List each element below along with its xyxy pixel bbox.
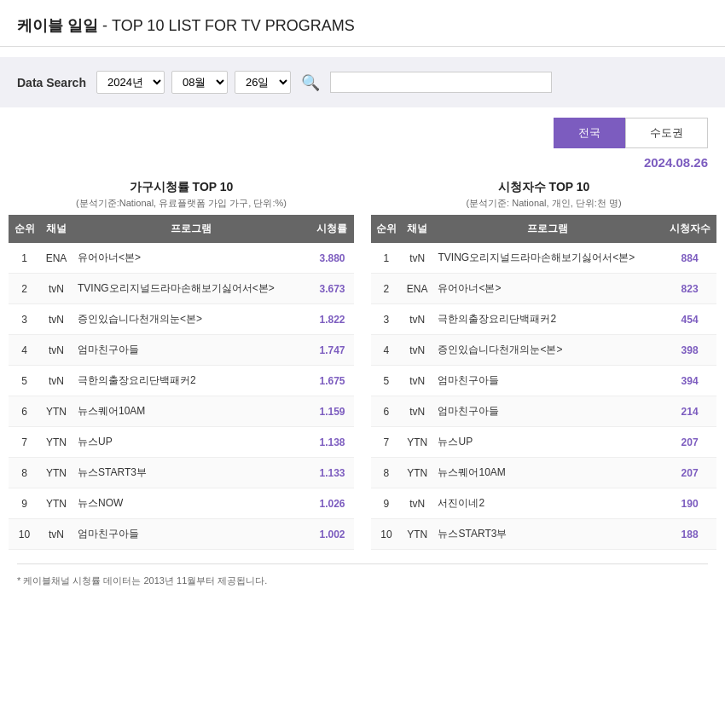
table-row: 10 tvN 엄마친구아들 1.002 xyxy=(9,519,354,550)
channel-cell: YTN xyxy=(40,427,72,458)
viewer-table-subtitle: (분석기준: National, 개인, 단위:천 명) xyxy=(371,197,716,210)
program-cell: 극한의출장요리단백패커2 xyxy=(72,366,310,396)
viewer-table-header: 순위 채널 프로그램 시청자수 xyxy=(371,215,716,243)
rank-cell: 5 xyxy=(9,366,40,396)
table-row: 3 tvN 증인있습니다천개의눈<본> 1.822 xyxy=(9,304,354,335)
col-program-h: 프로그램 xyxy=(72,215,310,243)
region-btn-national[interactable]: 전국 xyxy=(554,118,625,148)
table-row: 4 tvN 엄마친구아들 1.747 xyxy=(9,335,354,366)
channel-cell: tvN xyxy=(402,304,433,335)
rating-cell: 823 xyxy=(663,274,716,304)
table-row: 6 YTN 뉴스퀘어10AM 1.159 xyxy=(9,396,354,427)
rating-cell: 3.880 xyxy=(310,243,354,274)
channel-cell: tvN xyxy=(402,366,433,396)
rank-cell: 2 xyxy=(371,274,402,304)
table-row: 5 tvN 엄마친구아들 394 xyxy=(371,366,716,396)
rank-cell: 8 xyxy=(371,458,402,488)
rank-cell: 3 xyxy=(371,304,402,335)
region-buttons: 전국 수도권 xyxy=(0,118,725,148)
table-row: 4 tvN 증인있습니다천개의눈<본> 398 xyxy=(371,335,716,366)
channel-cell: YTN xyxy=(402,519,433,550)
region-btn-capital[interactable]: 수도권 xyxy=(625,118,708,148)
rank-cell: 1 xyxy=(371,243,402,274)
rank-cell: 3 xyxy=(9,304,40,335)
rating-cell: 884 xyxy=(663,243,716,274)
program-cell: 뉴스START3부 xyxy=(432,519,663,550)
table-row: 5 tvN 극한의출장요리단백패커2 1.675 xyxy=(9,366,354,396)
rank-cell: 7 xyxy=(9,427,40,458)
col-rank-v: 순위 xyxy=(371,215,402,243)
program-cell: 엄마친구아들 xyxy=(72,335,310,366)
program-cell: 뉴스퀘어10AM xyxy=(432,458,663,488)
channel-cell: YTN xyxy=(40,488,72,519)
search-input[interactable] xyxy=(330,72,552,93)
table-row: 7 YTN 뉴스UP 207 xyxy=(371,427,716,458)
channel-cell: YTN xyxy=(402,427,433,458)
rating-cell: 1.133 xyxy=(310,458,354,488)
rank-cell: 10 xyxy=(9,519,40,550)
table-row: 2 tvN TVING오리지널드라마손해보기싫어서<본> 3.673 xyxy=(9,274,354,304)
rating-cell: 3.673 xyxy=(310,274,354,304)
channel-cell: tvN xyxy=(402,488,433,519)
rating-cell: 1.822 xyxy=(310,304,354,335)
table-row: 8 YTN 뉴스START3부 1.133 xyxy=(9,458,354,488)
channel-cell: YTN xyxy=(402,458,433,488)
program-cell: 증인있습니다천개의눈<본> xyxy=(432,335,663,366)
table-row: 3 tvN 극한의출장요리단백패커2 454 xyxy=(371,304,716,335)
date-display: 2024.08.26 xyxy=(0,152,725,180)
rank-cell: 4 xyxy=(371,335,402,366)
table-row: 10 YTN 뉴스START3부 188 xyxy=(371,519,716,550)
rating-cell: 1.026 xyxy=(310,488,354,519)
rating-cell: 394 xyxy=(663,366,716,396)
rating-cell: 214 xyxy=(663,396,716,427)
channel-cell: ENA xyxy=(402,274,433,304)
search-button[interactable]: 🔍 xyxy=(298,73,323,92)
col-channel-v: 채널 xyxy=(402,215,433,243)
rating-cell: 398 xyxy=(663,335,716,366)
channel-cell: tvN xyxy=(40,519,72,550)
channel-cell: ENA xyxy=(40,243,72,274)
rating-cell: 188 xyxy=(663,519,716,550)
viewer-table: 순위 채널 프로그램 시청자수 1 tvN TVING오리지널드라마손해보기싫어… xyxy=(371,215,716,550)
rating-cell: 1.002 xyxy=(310,519,354,550)
program-cell: 유어아너<본> xyxy=(432,274,663,304)
rank-cell: 6 xyxy=(371,396,402,427)
month-select[interactable]: 08월 xyxy=(171,71,228,94)
viewer-table-title: 시청자수 TOP 10 xyxy=(371,180,716,195)
col-rating-v: 시청자수 xyxy=(663,215,716,243)
program-cell: TVING오리지널드라마손해보기싫어서<본> xyxy=(72,274,310,304)
channel-cell: tvN xyxy=(402,396,433,427)
table-row: 9 YTN 뉴스NOW 1.026 xyxy=(9,488,354,519)
table-row: 2 ENA 유어아너<본> 823 xyxy=(371,274,716,304)
program-cell: 뉴스NOW xyxy=(72,488,310,519)
col-program-v: 프로그램 xyxy=(432,215,663,243)
table-row: 9 tvN 서진이네2 190 xyxy=(371,488,716,519)
channel-cell: tvN xyxy=(402,243,433,274)
col-channel-h: 채널 xyxy=(40,215,72,243)
program-cell: 뉴스START3부 xyxy=(72,458,310,488)
col-rank-h: 순위 xyxy=(9,215,40,243)
channel-cell: tvN xyxy=(40,274,72,304)
rank-cell: 2 xyxy=(9,274,40,304)
day-select[interactable]: 26일 xyxy=(235,71,291,94)
program-cell: TVING오리지널드라마손해보기싫어서<본> xyxy=(432,243,663,274)
table-row: 7 YTN 뉴스UP 1.138 xyxy=(9,427,354,458)
program-cell: 증인있습니다천개의눈<본> xyxy=(72,304,310,335)
col-rating-h: 시청률 xyxy=(310,215,354,243)
table-row: 6 tvN 엄마친구아들 214 xyxy=(371,396,716,427)
program-cell: 엄마친구아들 xyxy=(432,366,663,396)
rating-cell: 207 xyxy=(663,427,716,458)
search-label: Data Search xyxy=(17,76,86,90)
channel-cell: YTN xyxy=(40,458,72,488)
footnote: * 케이블채널 시청률 데이터는 2013년 11월부터 제공됩니다. xyxy=(0,564,725,598)
rank-cell: 4 xyxy=(9,335,40,366)
rating-cell: 190 xyxy=(663,488,716,519)
program-cell: 극한의출장요리단백패커2 xyxy=(432,304,663,335)
rating-cell: 1.159 xyxy=(310,396,354,427)
page-title: 케이블 일일 - TOP 10 LIST FOR TV PROGRAMS xyxy=(17,15,708,36)
rating-cell: 1.675 xyxy=(310,366,354,396)
household-table-header: 순위 채널 프로그램 시청률 xyxy=(9,215,354,243)
year-select[interactable]: 2024년2023년 xyxy=(96,71,165,94)
page-header: 케이블 일일 - TOP 10 LIST FOR TV PROGRAMS xyxy=(0,0,725,47)
rank-cell: 9 xyxy=(9,488,40,519)
